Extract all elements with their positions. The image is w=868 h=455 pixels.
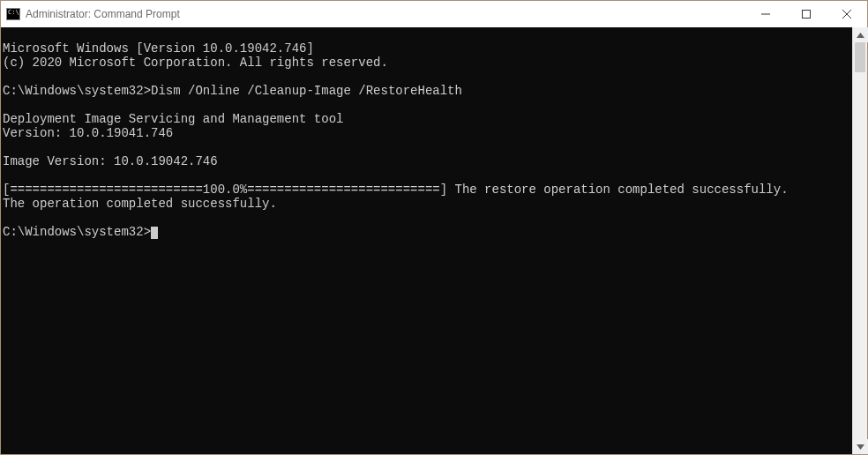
scrollbar-thumb[interactable] bbox=[855, 42, 865, 72]
output-line: Microsoft Windows [Version 10.0.19042.74… bbox=[3, 41, 314, 56]
output-line: Version: 10.0.19041.746 bbox=[3, 126, 173, 140]
close-button[interactable] bbox=[827, 1, 867, 27]
terminal-output[interactable]: Microsoft Windows [Version 10.0.19042.74… bbox=[1, 27, 852, 454]
vertical-scrollbar[interactable] bbox=[852, 27, 867, 454]
titlebar[interactable]: Administrator: Command Prompt bbox=[1, 1, 867, 27]
minimize-icon bbox=[761, 10, 770, 19]
close-icon bbox=[842, 10, 851, 19]
chevron-down-icon bbox=[857, 444, 864, 450]
titlebar-left: Administrator: Command Prompt bbox=[6, 8, 180, 20]
maximize-icon bbox=[802, 10, 811, 19]
cmd-app-icon bbox=[6, 8, 20, 20]
entered-command: Dism /Online /Cleanup-Image /RestoreHeal… bbox=[151, 84, 462, 98]
command-prompt-window: Administrator: Command Prompt Microsoft … bbox=[0, 0, 868, 455]
scroll-down-button[interactable] bbox=[853, 439, 868, 454]
client-area: Microsoft Windows [Version 10.0.19042.74… bbox=[1, 27, 867, 454]
output-line: Deployment Image Servicing and Managemen… bbox=[3, 112, 343, 126]
output-line: The operation completed successfully. bbox=[3, 197, 277, 211]
svg-marker-4 bbox=[857, 33, 864, 38]
scrollbar-track[interactable] bbox=[853, 42, 867, 439]
prompt-path: C:\Windows\system32> bbox=[3, 84, 151, 98]
prompt-path: C:\Windows\system32> bbox=[3, 225, 151, 239]
window-title: Administrator: Command Prompt bbox=[26, 8, 180, 20]
progress-line: [==========================100.0%=======… bbox=[3, 183, 789, 197]
svg-marker-5 bbox=[857, 444, 864, 450]
maximize-button[interactable] bbox=[786, 1, 827, 27]
prompt-line: C:\Windows\system32>Dism /Online /Cleanu… bbox=[3, 84, 462, 98]
window-controls bbox=[745, 1, 867, 27]
text-cursor bbox=[151, 227, 158, 239]
output-line: (c) 2020 Microsoft Corporation. All righ… bbox=[3, 56, 388, 70]
prompt-line[interactable]: C:\Windows\system32> bbox=[3, 225, 158, 239]
scroll-up-button[interactable] bbox=[853, 27, 868, 42]
chevron-up-icon bbox=[857, 33, 864, 38]
output-line: Image Version: 10.0.19042.746 bbox=[3, 154, 218, 168]
svg-rect-1 bbox=[803, 11, 811, 19]
minimize-button[interactable] bbox=[745, 1, 786, 27]
